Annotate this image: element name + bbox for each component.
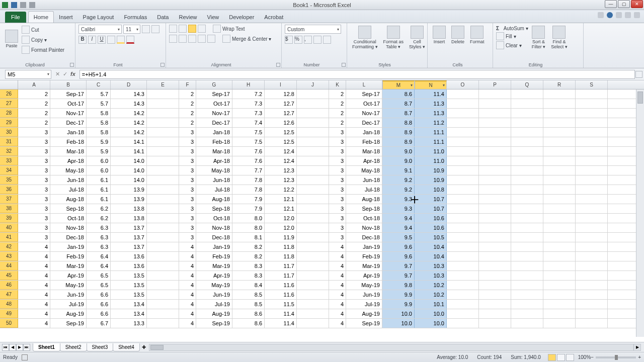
tab-insert[interactable]: Insert <box>54 12 78 23</box>
cell[interactable] <box>447 233 479 242</box>
cell[interactable]: 3 <box>18 214 50 223</box>
cell[interactable]: 6.0 <box>87 156 111 165</box>
cell[interactable]: 6.6 <box>87 309 111 318</box>
align-right-icon[interactable] <box>188 35 196 43</box>
cell[interactable] <box>447 300 479 309</box>
cell[interactable]: 11.9 <box>265 233 297 242</box>
cell[interactable]: 3 <box>179 166 196 175</box>
cell[interactable] <box>479 319 511 328</box>
cell[interactable]: Aug-19 <box>196 309 232 318</box>
cell[interactable] <box>543 309 576 318</box>
cell[interactable]: 4 <box>179 271 196 280</box>
clipboard-dialog-launcher[interactable] <box>70 63 74 67</box>
cell[interactable] <box>147 252 179 261</box>
cell[interactable]: 13.5 <box>111 271 147 280</box>
row-header[interactable]: 32 <box>0 147 18 156</box>
cell[interactable]: 6.7 <box>87 319 111 328</box>
hscroll-thumb[interactable] <box>150 345 164 350</box>
align-center-icon[interactable] <box>179 35 187 43</box>
cell[interactable]: 12.3 <box>265 175 297 185</box>
cell[interactable]: Apr-18 <box>346 156 382 165</box>
cell[interactable] <box>447 195 479 204</box>
cell[interactable]: 3 <box>18 137 50 146</box>
cell[interactable] <box>447 223 479 232</box>
cell[interactable]: Jan-18 <box>50 128 87 137</box>
cell[interactable]: 13.7 <box>111 223 147 232</box>
cell[interactable] <box>479 233 511 242</box>
cell[interactable] <box>479 242 511 251</box>
cell[interactable] <box>576 261 608 270</box>
cell[interactable]: Jan-19 <box>196 242 232 251</box>
cell[interactable]: 7.4 <box>232 118 265 127</box>
cell[interactable] <box>576 118 608 127</box>
cell[interactable]: 11.3 <box>415 99 447 108</box>
cell[interactable]: 4 <box>18 319 50 328</box>
cell[interactable] <box>147 319 179 328</box>
cell[interactable]: 2 <box>18 99 50 108</box>
row-header[interactable]: 33 <box>0 156 18 165</box>
cell[interactable]: 12.1 <box>265 204 297 213</box>
cell[interactable]: 11.2 <box>415 118 447 127</box>
cell[interactable] <box>576 300 608 309</box>
column-header-H[interactable]: H <box>232 80 265 89</box>
cell[interactable]: Apr-19 <box>196 271 232 280</box>
cell[interactable]: Jun-19 <box>346 290 382 299</box>
cell[interactable]: 12.7 <box>265 109 297 118</box>
cell[interactable] <box>297 99 329 108</box>
cell[interactable]: Dec-18 <box>346 233 382 242</box>
cell[interactable] <box>543 89 576 99</box>
new-sheet-icon[interactable]: ✚ <box>142 344 146 350</box>
cell[interactable]: 3 <box>179 128 196 137</box>
cell[interactable]: 7.9 <box>232 195 265 204</box>
cell[interactable]: 5.7 <box>87 99 111 108</box>
row-header[interactable]: 42 <box>0 242 18 251</box>
cell[interactable] <box>543 204 576 213</box>
orientation-icon[interactable] <box>198 25 206 33</box>
cell[interactable]: 11.8 <box>265 242 297 251</box>
cell[interactable]: 4 <box>329 242 346 251</box>
cell[interactable]: 10.0 <box>382 309 415 318</box>
cell[interactable]: 11.0 <box>415 147 447 156</box>
cell[interactable] <box>511 118 543 127</box>
cell[interactable]: Jul-18 <box>346 185 382 194</box>
cell[interactable] <box>479 214 511 223</box>
cell[interactable]: 13.7 <box>111 233 147 242</box>
number-dialog-launcher[interactable] <box>342 63 346 67</box>
cell[interactable] <box>511 99 543 108</box>
cell[interactable] <box>297 195 329 204</box>
cell[interactable]: 10.7 <box>415 195 447 204</box>
cell[interactable] <box>447 204 479 213</box>
percent-icon[interactable]: % <box>294 36 302 44</box>
cell[interactable]: 5.8 <box>87 109 111 118</box>
cell[interactable]: 3 <box>18 166 50 175</box>
cell[interactable]: 6.1 <box>87 175 111 185</box>
format-cells-button[interactable]: Format <box>468 25 487 46</box>
cell[interactable] <box>576 185 608 194</box>
cell[interactable]: Nov-17 <box>196 109 232 118</box>
cell[interactable]: 3 <box>329 156 346 165</box>
fill-button[interactable]: Fill ▾ <box>496 32 528 40</box>
cell[interactable]: 3 <box>329 175 346 185</box>
cell[interactable]: 9.4 <box>382 214 415 223</box>
cell[interactable]: 4 <box>329 319 346 328</box>
undo-icon[interactable] <box>20 2 26 8</box>
cell[interactable]: 8.9 <box>382 128 415 137</box>
merge-center-button[interactable]: Merge & Center ▾ <box>222 35 271 43</box>
column-header-L[interactable]: L <box>346 80 382 89</box>
format-as-table-button[interactable]: Format as Table ▾ <box>381 25 406 51</box>
cell[interactable] <box>447 252 479 261</box>
cell[interactable]: 9.7 <box>382 271 415 280</box>
cell[interactable]: 10.3 <box>415 271 447 280</box>
cell[interactable]: 9.6 <box>382 252 415 261</box>
cell[interactable]: Dec-18 <box>196 233 232 242</box>
cell[interactable] <box>147 309 179 318</box>
cell[interactable]: 6.1 <box>87 195 111 204</box>
cell[interactable] <box>479 223 511 232</box>
cell[interactable]: 4 <box>179 290 196 299</box>
hscroll-right-arrow[interactable]: ▶ <box>633 344 640 350</box>
align-bottom-icon[interactable] <box>188 25 196 33</box>
cell[interactable] <box>576 252 608 261</box>
cell[interactable] <box>576 242 608 251</box>
cell[interactable]: Jul-19 <box>196 300 232 309</box>
cell[interactable]: Mar-18 <box>346 147 382 156</box>
